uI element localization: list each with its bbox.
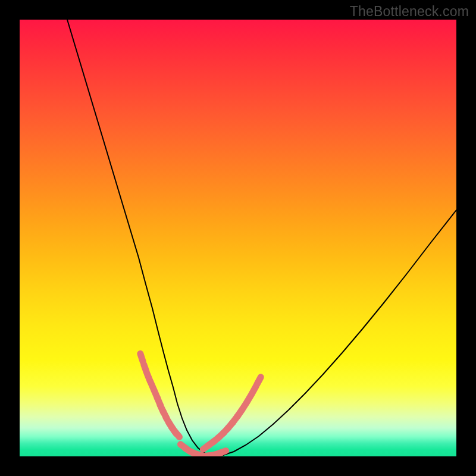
highlight-dot [218,451,226,454]
highlight-dot [174,431,180,437]
bottleneck-curve-path [67,20,456,456]
highlight-dot [257,377,261,384]
curve-svg [20,20,456,456]
watermark-text: TheBottleneck.com [350,4,469,20]
plot-area [20,20,456,456]
highlight-dot [140,353,143,361]
chart-frame: TheBottleneck.com [0,0,476,476]
